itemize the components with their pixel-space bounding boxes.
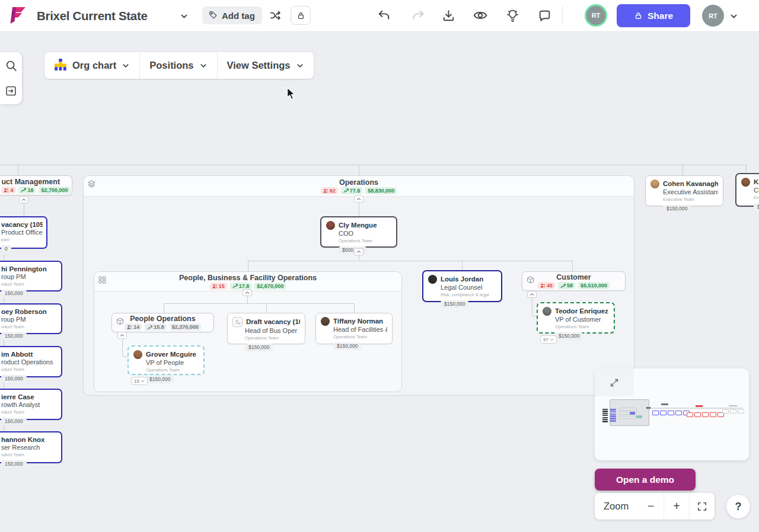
group-header-content: Customer4558$5,510,000 — [538, 273, 610, 289]
group-customer[interactable]: Customer4558$5,510,000 — [522, 271, 626, 291]
collapse-toggle[interactable] — [19, 196, 28, 203]
person-team: Operations Team — [555, 324, 609, 329]
person-card-cohen[interactable]: Cohen KavanaghExecutive AssistantExecuti… — [645, 175, 723, 206]
card-identity-row: Cohen Kavanagh — [650, 180, 718, 188]
account-chevron-down-icon[interactable] — [729, 12, 738, 23]
card-identity-row: Grover Mcguire — [133, 350, 199, 359]
person-title: roup PM — [1, 316, 58, 323]
person-name: Teodor Enriquez — [555, 307, 608, 315]
person-card-tiffany[interactable]: Tiffany NormanHead of Facilities & ...Op… — [315, 313, 393, 344]
connector-line — [572, 261, 573, 271]
group-badges: 1415.8$2,370,000 — [125, 323, 201, 331]
headcount-badge: 4 — [1, 187, 15, 194]
person-team: oduct Team — [1, 324, 58, 329]
connector-line — [266, 303, 267, 313]
collapse-toggle[interactable] — [527, 291, 537, 298]
person-team: Executive Team — [663, 197, 718, 202]
connector-line — [746, 165, 747, 173]
download-icon — [441, 8, 456, 23]
collapse-toggle[interactable] — [354, 196, 363, 203]
person-card-cly[interactable]: Cly MengueCOOOperations Team$500,000 — [320, 216, 397, 248]
person-team: Risk, compliance & legal — [441, 292, 496, 297]
salary-pill: 0 — [1, 245, 11, 253]
salary-pill: $150,000 — [146, 376, 174, 383]
person-card-kim[interactable]: im Abbottroduct Operationsoduct Team150,… — [0, 346, 62, 377]
zoom-out-button[interactable]: − — [638, 493, 664, 520]
open-panel-button[interactable] — [4, 84, 18, 98]
help-button[interactable]: ? — [726, 495, 750, 518]
connector-line — [164, 303, 164, 313]
collapse-toggle[interactable] — [243, 289, 252, 296]
collapse-toggle[interactable] — [117, 332, 127, 339]
cost-badge: $5,510,000 — [578, 282, 610, 289]
person-name: ierre Case — [1, 393, 58, 401]
share-button[interactable]: Share — [617, 4, 690, 27]
person-card-grover[interactable]: Grover McguireVP of PeopleOperations Tea… — [127, 345, 205, 375]
descendants-count-badge[interactable]: 57 — [540, 335, 557, 344]
minimap-node — [602, 419, 608, 420]
group-product-management[interactable]: uct Management416$2,700,000 — [0, 175, 72, 196]
canvas-side-panel — [0, 52, 22, 104]
card-details: ChieExecuti$275,0 — [754, 187, 759, 211]
view-toolbar: Org chart Positions View Settings — [44, 52, 314, 79]
card-details: Head of Facilities & ...Operations Team$… — [333, 326, 387, 350]
person-card-keva[interactable]: KevaChieExecuti$275,0 — [735, 173, 759, 207]
undo-button[interactable] — [374, 6, 393, 25]
avatar — [543, 307, 551, 316]
connector-line — [462, 261, 463, 270]
card-details: VP of PeopleOperations Team$150,000 — [146, 359, 199, 383]
group-header[interactable]: Operations6277.8$8,830,000 — [84, 176, 634, 197]
salary-pill: 150,000 — [1, 375, 27, 383]
ideas-button[interactable] — [503, 6, 522, 25]
person-card-shannon[interactable]: hannon Knoxser Researchoduct Team150,000 — [0, 431, 62, 463]
shuffle-button[interactable] — [267, 6, 286, 25]
zoom-in-button[interactable]: + — [664, 493, 689, 520]
mouse-cursor — [286, 87, 296, 103]
person-card-teodor[interactable]: Teodor EnriquezVP of CustomerOperations … — [537, 302, 615, 334]
minimap-node — [660, 411, 666, 415]
person-card-pierre[interactable]: ierre Caserowth Analystoduct Team150,000 — [0, 389, 62, 420]
group-title: People, Business & Facility Operations — [179, 274, 317, 282]
salary-pill: $275,0 — [754, 203, 759, 211]
account-avatar[interactable]: RT — [702, 5, 724, 27]
title-chevron-down-icon[interactable] — [180, 12, 189, 23]
presence-avatar[interactable]: RT — [585, 4, 607, 27]
person-card-draft[interactable]: Draft vacancy (105...Head of Bus OperOpe… — [227, 313, 305, 344]
card-identity-row: Tiffany Norman — [321, 317, 387, 326]
person-title: Head of Bus Oper — [245, 327, 300, 335]
cost-badge: $2,670,000 — [254, 283, 286, 290]
open-demo-button[interactable]: Open a demo — [595, 469, 696, 491]
app-logo-icon[interactable] — [8, 6, 26, 25]
document-title[interactable]: Brixel Current State — [37, 0, 148, 31]
positions-menu-button[interactable]: Positions — [140, 52, 217, 79]
view-settings-menu-button[interactable]: View Settings — [218, 52, 314, 79]
salary-pill: 150,000 — [1, 460, 27, 468]
lock-button[interactable] — [291, 6, 311, 25]
shuffle-icon — [269, 8, 284, 23]
fit-screen-button[interactable] — [689, 493, 715, 520]
minimap-viewport[interactable] — [610, 399, 649, 426]
redo-button[interactable] — [409, 6, 428, 25]
minimap-node — [694, 412, 701, 417]
person-card-joey[interactable]: oey Robersonroup PModuct Team150,000 — [0, 303, 62, 334]
search-button[interactable] — [4, 59, 18, 73]
minimap-expand-button[interactable] — [595, 368, 634, 396]
org-chart-menu-button[interactable]: Org chart — [44, 52, 140, 79]
group-title: uct Management — [1, 178, 60, 186]
person-name: Draft vacancy (105... — [246, 318, 300, 326]
person-card-vacancy-left[interactable]: vacancy (105...Product Officeream0 — [0, 216, 47, 249]
person-card-chi[interactable]: hi Penningtonroup PModuct Team150,000 — [0, 261, 62, 291]
group-people-operations[interactable]: People Operations1415.8$2,370,000 — [111, 313, 214, 332]
collapse-toggle[interactable] — [354, 248, 363, 255]
account-initials: RT — [709, 12, 717, 20]
person-card-louis[interactable]: Louis JordanLegal CounselRisk, complianc… — [422, 270, 502, 302]
preview-button[interactable] — [471, 6, 490, 25]
header-divider — [562, 6, 563, 25]
download-button[interactable] — [439, 6, 458, 25]
zoom-bar: Zoom − + — [595, 493, 715, 520]
salary-pill: $150,000 — [663, 205, 691, 213]
add-tag-button[interactable]: Add tag — [202, 7, 262, 24]
comments-button[interactable] — [535, 6, 554, 25]
descendants-count-badge[interactable]: 15 — [131, 377, 148, 385]
avatar — [326, 221, 335, 230]
